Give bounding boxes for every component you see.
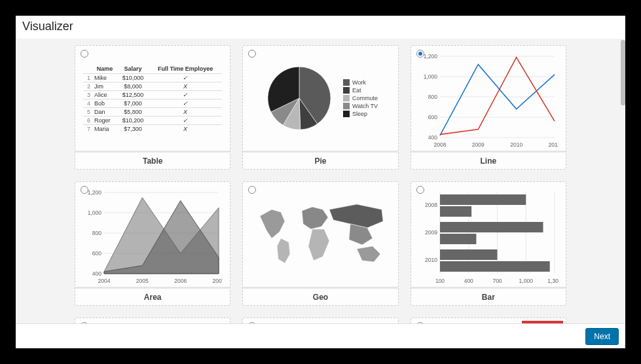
premium-badge: PREMIUM (522, 321, 563, 323)
svg-text:400: 400 (464, 278, 473, 284)
svg-text:800: 800 (428, 94, 437, 100)
pie-preview: WorkEatCommuteWatch TVSleep (243, 46, 397, 151)
svg-text:600: 600 (92, 250, 101, 257)
radio-partial-2[interactable] (248, 322, 256, 323)
svg-text:100: 100 (435, 278, 445, 284)
svg-text:1,000: 1,000 (423, 73, 437, 80)
bar-preview: 1004007001,0001,300200820092010 (418, 187, 559, 287)
chart-type-picker: NameSalaryFull Time Employee 1Mike$10,00… (16, 39, 625, 323)
area-preview: 4006008001,0001,2002004200520062007 (82, 187, 223, 287)
radio-partial-1[interactable] (81, 322, 88, 323)
svg-text:600: 600 (428, 114, 437, 120)
card-area[interactable]: 4006008001,0001,2002004200520062007 Area (75, 181, 230, 306)
table-row: 4Bob$7,000✓ (83, 100, 222, 108)
svg-rect-40 (440, 206, 471, 217)
svg-text:2007: 2007 (213, 278, 223, 284)
dialog-footer: Next (16, 323, 625, 348)
svg-text:1,200: 1,200 (88, 189, 102, 196)
svg-rect-42 (440, 222, 543, 232)
svg-text:700: 700 (492, 278, 502, 284)
table-preview: NameSalaryFull Time Employee 1Mike$10,00… (83, 64, 222, 133)
legend-item: Commute (343, 95, 378, 101)
radio-table[interactable] (81, 50, 88, 58)
card-label: Table (75, 151, 230, 169)
card-label: Area (75, 287, 230, 305)
svg-text:2010: 2010 (425, 257, 437, 263)
svg-text:2006: 2006 (174, 278, 187, 284)
svg-text:2009: 2009 (425, 229, 437, 236)
card-geo[interactable]: Geo (242, 181, 398, 306)
visualizer-window: Visualizer NameSalaryFull Time Employee … (16, 16, 625, 348)
geo-preview (252, 198, 386, 276)
svg-rect-45 (440, 249, 498, 260)
svg-text:2011: 2011 (548, 141, 558, 148)
card-partial-2[interactable] (242, 318, 398, 323)
table-row: 7Maria$7,300X (83, 125, 222, 134)
svg-rect-46 (440, 261, 550, 272)
card-label: Line (411, 151, 566, 169)
table-row: 1Mike$10,000✓ (83, 74, 222, 82)
page-title: Visualizer (16, 16, 625, 39)
legend-item: Work (343, 79, 378, 86)
card-label: Pie (243, 151, 397, 169)
legend-item: Eat (343, 87, 378, 94)
card-bar[interactable]: 1004007001,0001,300200820092010 Bar (411, 181, 566, 306)
svg-text:400: 400 (428, 134, 437, 141)
svg-text:2004: 2004 (98, 278, 111, 284)
svg-text:1,000: 1,000 (88, 209, 102, 216)
svg-text:2008: 2008 (433, 141, 446, 148)
radio-partial-3[interactable] (416, 322, 424, 323)
card-line[interactable]: 4006008001,0001,2002008200920102011 Line (411, 45, 566, 170)
card-table[interactable]: NameSalaryFull Time Employee 1Mike$10,00… (75, 45, 230, 170)
svg-text:1,000: 1,000 (519, 278, 533, 284)
card-partial-1[interactable]: 300 (75, 318, 230, 323)
card-label: Geo (243, 287, 397, 305)
svg-text:1,300: 1,300 (547, 278, 559, 284)
table-row: 3Alice$12,500✓ (83, 91, 222, 100)
scrollbar-thumb[interactable] (621, 40, 625, 105)
table-row: 2Jim$8,000X (83, 82, 222, 91)
radio-geo[interactable] (248, 186, 256, 194)
card-partial-3[interactable]: PREMIUM (411, 318, 566, 323)
card-pie[interactable]: WorkEatCommuteWatch TVSleep Pie (242, 45, 398, 170)
legend-item: Watch TV (343, 103, 378, 109)
chart-grid: NameSalaryFull Time Employee 1Mike$10,00… (75, 39, 566, 323)
svg-text:400: 400 (92, 270, 101, 277)
svg-text:1,200: 1,200 (423, 53, 437, 60)
card-label: Bar (411, 287, 566, 305)
svg-text:2009: 2009 (472, 141, 485, 148)
svg-text:2008: 2008 (425, 202, 437, 208)
table-row: 5Dan$5,800X (83, 108, 222, 117)
next-button[interactable]: Next (585, 328, 619, 345)
line-preview: 4006008001,0001,2002008200920102011 (418, 51, 559, 151)
svg-text:800: 800 (92, 230, 101, 236)
svg-text:2005: 2005 (136, 278, 149, 284)
svg-rect-39 (440, 194, 526, 205)
legend-item: Sleep (343, 111, 378, 117)
svg-rect-43 (440, 234, 476, 244)
table-row: 6Roger$10,200✓ (83, 117, 222, 125)
svg-text:2010: 2010 (510, 141, 522, 148)
